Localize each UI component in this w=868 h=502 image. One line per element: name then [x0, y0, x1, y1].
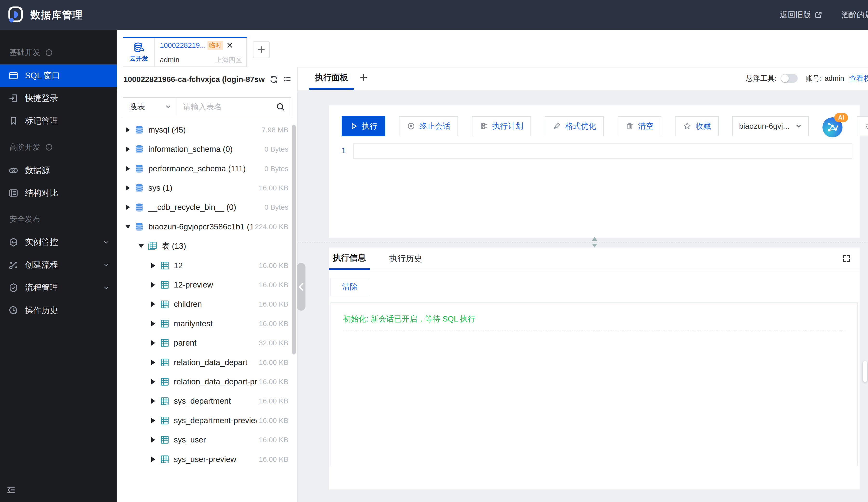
execution-plan-button[interactable]: 执行计划 [472, 116, 531, 136]
caret-right-icon[interactable] [150, 263, 157, 268]
favorite-button[interactable]: 收藏 [675, 116, 719, 136]
sidebar-item-instance-control[interactable]: 实例管控 [0, 231, 117, 254]
tree-row-database[interactable]: mysql (45)7.98 MB [117, 120, 297, 140]
caret-right-icon[interactable] [150, 398, 157, 404]
search-mode-select[interactable]: 搜表 [123, 98, 177, 116]
clear-editor-button[interactable]: 清空 [618, 116, 661, 136]
chevron-down-icon [102, 261, 110, 269]
tree-row-table[interactable]: children16.00 KB [117, 295, 297, 314]
pane-splitter[interactable] [297, 242, 868, 243]
caret-right-icon[interactable] [125, 166, 131, 171]
tree-row-table[interactable]: relation_data_depart16.00 KB [117, 352, 297, 372]
tree-row-table[interactable]: sys_department16.00 KB [117, 391, 297, 411]
sidebar-collapse-icon[interactable] [6, 484, 17, 495]
splitter-arrows[interactable] [591, 237, 598, 248]
sidebar-item-datasource[interactable]: 数据源 [0, 159, 117, 182]
sidebar-item-flow-manage[interactable]: 流程管理 [0, 276, 117, 299]
caret-right-icon[interactable] [125, 205, 131, 210]
tree-row-table[interactable]: 1216.00 KB [117, 256, 297, 275]
tree-row-database[interactable]: __cdb_recycle_bin__ (0)0 Bytes [117, 198, 297, 217]
caret-down-icon[interactable] [125, 225, 131, 229]
tree-row-database[interactable]: sys (1)16.00 KB [117, 178, 297, 198]
tree-row-table[interactable]: 12-preview16.00 KB [117, 275, 297, 295]
tab-execution-panel[interactable]: 执行面板 [309, 67, 354, 90]
run-button[interactable]: 执行 [342, 116, 385, 136]
caret-right-icon[interactable] [150, 282, 157, 287]
add-panel-tab-button[interactable] [359, 67, 368, 88]
caret-right-icon[interactable] [150, 360, 157, 365]
info-icon[interactable] [45, 143, 53, 151]
object-size: 0 Bytes [262, 165, 297, 173]
tree-row-table[interactable]: sys_user-preview16.00 KB [117, 450, 297, 469]
tab-execution-info[interactable]: 执行信息 [329, 247, 370, 270]
search-input[interactable] [177, 102, 276, 111]
panel-collapse-handle[interactable] [297, 263, 306, 311]
tree-row-database[interactable]: performance_schema (111)0 Bytes [117, 159, 297, 178]
caret-right-icon[interactable] [150, 301, 157, 307]
database-icon [134, 144, 145, 154]
username[interactable]: 酒醉的晨 [841, 10, 868, 20]
info-icon[interactable] [45, 49, 53, 57]
caret-right-icon[interactable] [125, 127, 131, 133]
topbar-right: 返回旧版 酒醉的晨 [780, 0, 868, 30]
floating-tool-toggle[interactable] [781, 74, 798, 83]
sql-toolbar: 执行 终止会话 执行计划 格式优化 清空 [329, 105, 860, 137]
sidebar-item-history[interactable]: 操作历史 [0, 299, 117, 322]
object-size: 224.00 KB [252, 223, 297, 231]
terminate-session-button[interactable]: 终止会话 [399, 116, 458, 136]
database-selector[interactable]: biaozun-6gvj... [732, 116, 809, 136]
tree-row-table[interactable]: sys_user16.00 KB [117, 430, 297, 450]
caret-right-icon[interactable] [125, 185, 131, 191]
current-line-highlight[interactable] [353, 143, 852, 159]
tree-row-table[interactable]: relation_data_depart-preview16.00 KB [117, 372, 297, 391]
view-permission-link[interactable]: 查看权限 [849, 73, 868, 83]
tree-row-tables-group[interactable]: 表 (13) [117, 236, 297, 256]
caret-right-icon[interactable] [150, 437, 157, 442]
ai-assistant-button[interactable]: AI [823, 115, 845, 137]
sidebar-item-create-flow[interactable]: 创建流程 [0, 254, 117, 276]
sidebar-item-quick-login[interactable]: 快捷登录 [0, 87, 117, 110]
quick-login-icon [8, 93, 19, 104]
account-value: admin [825, 74, 844, 82]
instance-control-icon [8, 237, 19, 247]
tab-execution-history[interactable]: 执行历史 [385, 247, 426, 270]
sidebar-item-sql-window[interactable]: SQL 窗口 [0, 64, 117, 87]
caret-right-icon[interactable] [150, 340, 157, 346]
tree-scrollbar-thumb[interactable] [292, 125, 296, 355]
caret-right-icon[interactable] [150, 457, 157, 462]
tree-row-table[interactable]: sys_department-preview16.00 KB [117, 411, 297, 430]
database-icon [134, 125, 145, 135]
format-button[interactable]: 格式优化 [545, 116, 604, 136]
fullscreen-icon[interactable] [841, 254, 851, 264]
collapse-tree-icon[interactable] [282, 75, 292, 84]
search-icon[interactable] [276, 102, 285, 112]
instance-id[interactable]: 1000228219... [160, 41, 206, 49]
caret-right-icon[interactable] [150, 321, 157, 326]
datasource-icon [8, 165, 19, 176]
back-to-old-link[interactable]: 返回旧版 [780, 10, 823, 20]
sidebar-item-bookmark[interactable]: 标记管理 [0, 110, 117, 132]
caret-right-icon[interactable] [125, 146, 131, 152]
table-icon [159, 279, 170, 290]
page-scrollbar-thumb[interactable] [863, 361, 867, 382]
database-tree: mysql (45)7.98 MBinformation_schema (0)0… [117, 117, 297, 502]
instance-tab[interactable]: 云开发 1000228219... 临时 admin 上海四区 [123, 37, 247, 67]
refresh-icon[interactable] [269, 75, 279, 84]
brush-icon [552, 122, 561, 131]
tree-row-database[interactable]: information_schema (0)0 Bytes [117, 140, 297, 159]
caret-right-icon[interactable] [150, 379, 157, 385]
settings-button[interactable]: 设置 [857, 116, 868, 136]
expand-up-icon [592, 237, 597, 241]
caret-down-icon[interactable] [138, 244, 145, 248]
tree-row-database[interactable]: biaozun-6gvjopcr3586c1b1 (13)224.00 KB [117, 217, 297, 236]
tree-row-table[interactable]: marilyntest16.00 KB [117, 314, 297, 333]
star-icon [683, 122, 692, 131]
caret-right-icon[interactable] [150, 418, 157, 423]
clear-results-button[interactable]: 清除 [331, 278, 369, 296]
sidebar-item-struct-compare[interactable]: 结构对比 [0, 182, 117, 204]
close-tab-icon[interactable] [226, 42, 234, 49]
sql-editor[interactable]: 1 [329, 143, 860, 159]
add-connection-button[interactable] [253, 41, 270, 58]
tree-row-table[interactable]: parent32.00 KB [117, 333, 297, 352]
object-size: 16.00 KB [257, 397, 297, 405]
